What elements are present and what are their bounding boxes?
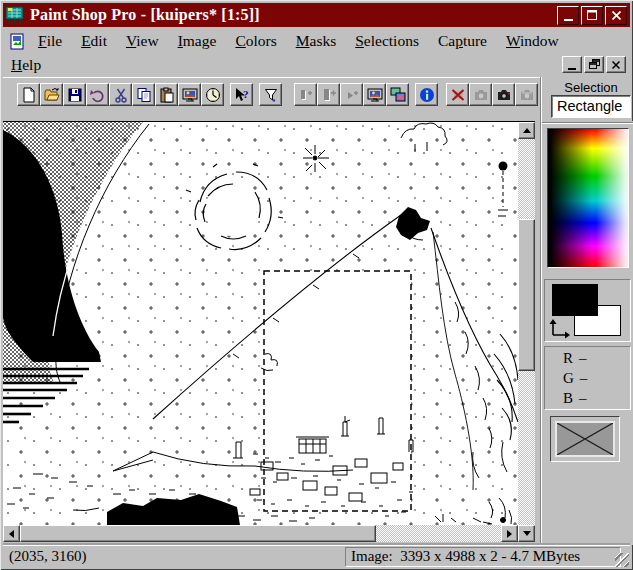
paste-clipboard-icon xyxy=(159,87,175,103)
foreground-color-swatch[interactable] xyxy=(552,284,598,316)
tool-palette-toggle-icon xyxy=(321,87,337,103)
g-value: G– xyxy=(563,370,630,390)
b-value: B– xyxy=(563,390,630,410)
tool-options-label: Selection xyxy=(552,80,630,95)
capture-gray-2-button[interactable] xyxy=(515,83,538,106)
funnel-icon xyxy=(263,87,279,103)
child-close-button[interactable] xyxy=(606,56,626,73)
swatch-panel xyxy=(544,279,631,342)
menu-selections[interactable]: Selections xyxy=(355,32,419,50)
menu-capture[interactable]: Capture xyxy=(438,32,487,50)
vertical-scrollbar[interactable] xyxy=(518,122,535,542)
selection-type-box[interactable]: Rectangle xyxy=(551,95,631,118)
vertical-scroll-thumb[interactable] xyxy=(518,219,535,371)
color-panel: R– G– B– xyxy=(542,121,633,545)
menu-colors[interactable]: Colors xyxy=(235,32,276,50)
close-icon xyxy=(612,11,621,20)
swap-colors-icon[interactable] xyxy=(547,316,571,343)
menu-view[interactable]: View xyxy=(126,32,159,50)
child-restore-button[interactable] xyxy=(584,56,604,73)
copy-button[interactable] xyxy=(132,83,155,106)
info-icon xyxy=(419,87,435,103)
canvas-artwork[interactable] xyxy=(3,122,518,525)
style-bar-toggle-icon xyxy=(344,87,360,103)
scroll-left-button[interactable] xyxy=(3,525,20,542)
left-arrow-icon xyxy=(5,530,14,538)
toggle-toolbar-button[interactable] xyxy=(294,83,317,106)
camera-gray-2-icon xyxy=(519,87,535,103)
child-minimize-icon xyxy=(568,68,576,70)
camera-gray-icon xyxy=(473,87,489,103)
color-picker[interactable] xyxy=(547,128,629,268)
titlebar[interactable]: Paint Shop Pro - [kuipers* [1:5]] xyxy=(3,3,630,27)
scroll-right-button[interactable] xyxy=(501,525,518,542)
scroll-down-button[interactable] xyxy=(518,525,535,542)
maximize-button[interactable] xyxy=(581,6,603,25)
menu-masks[interactable]: Masks xyxy=(296,32,337,50)
toggle-style-bar-button[interactable] xyxy=(340,83,363,106)
statusbar: (2035, 3160) Image: 3393 x 4988 x 2 - 4.… xyxy=(3,545,630,568)
open-button[interactable] xyxy=(40,83,63,106)
paste-button[interactable] xyxy=(155,83,178,106)
save-button[interactable] xyxy=(63,83,86,106)
capture-gray-1-button[interactable] xyxy=(469,83,492,106)
monitor-picture-icon xyxy=(367,87,383,103)
menu-image[interactable]: Image xyxy=(178,32,217,50)
funnel-button[interactable] xyxy=(259,83,282,106)
menu-file[interactable]: File xyxy=(38,32,62,50)
menubar: File Edit View Image Colors Masks Select… xyxy=(3,27,630,77)
child-restore-icon xyxy=(589,59,600,70)
help-arrow-icon: ? xyxy=(234,87,250,103)
cascade-windows-icon xyxy=(390,87,406,103)
horizontal-scroll-thumb[interactable] xyxy=(20,525,376,542)
document-icon[interactable] xyxy=(9,33,26,50)
right-arrow-icon xyxy=(507,530,516,538)
image-info: Image: 3393 x 4988 x 2 - 4.7 MBytes xyxy=(345,547,621,567)
menu-edit[interactable]: Edit xyxy=(81,32,107,50)
minimize-button[interactable] xyxy=(557,6,579,25)
capture-button[interactable] xyxy=(492,83,515,106)
image-window xyxy=(3,121,535,541)
context-help-button[interactable]: ? xyxy=(230,83,253,106)
minimize-icon xyxy=(564,19,573,21)
clock-icon xyxy=(205,87,221,103)
cascade-windows-button[interactable] xyxy=(386,83,409,106)
groove xyxy=(542,122,633,124)
open-folder-icon xyxy=(44,87,60,103)
full-screen-preview-button[interactable] xyxy=(178,83,201,106)
monitor-icon xyxy=(182,87,198,103)
toolbar: ? xyxy=(3,77,540,121)
resize-grip[interactable] xyxy=(615,553,629,567)
window-title: Paint Shop Pro - [kuipers* [1:5]] xyxy=(30,6,260,24)
horizontal-scrollbar[interactable] xyxy=(3,525,518,542)
camera-icon xyxy=(496,87,512,103)
clock-button[interactable] xyxy=(201,83,224,106)
undo-button[interactable] xyxy=(86,83,109,106)
new-button[interactable] xyxy=(17,83,40,106)
app-window: Paint Shop Pro - [kuipers* [1:5]] xyxy=(0,0,633,570)
floppy-disk-icon xyxy=(67,87,83,103)
view-image-button[interactable] xyxy=(363,83,386,106)
image-information-button[interactable] xyxy=(415,83,438,106)
new-file-icon xyxy=(21,87,37,103)
maximize-icon xyxy=(587,10,597,20)
r-value: R– xyxy=(563,350,630,370)
toolbar-toggle-icon xyxy=(298,87,314,103)
app-icon xyxy=(5,5,25,25)
current-color-preview xyxy=(550,416,620,462)
child-minimize-button[interactable] xyxy=(562,56,582,73)
copy-pages-icon xyxy=(136,87,152,103)
menu-help[interactable]: Help xyxy=(11,56,41,74)
menu-window[interactable]: Window xyxy=(506,32,559,50)
undo-arrow-icon xyxy=(90,87,106,103)
scissors-icon xyxy=(113,87,129,103)
capture-cancel-button[interactable] xyxy=(446,83,469,106)
cursor-coordinates: (2035, 3160) xyxy=(9,548,87,565)
toggle-tool-palette-button[interactable] xyxy=(317,83,340,106)
svg-text:?: ? xyxy=(243,88,249,100)
red-x-icon xyxy=(450,87,466,103)
scroll-up-button[interactable] xyxy=(518,122,535,139)
up-arrow-icon xyxy=(523,124,531,133)
cut-button[interactable] xyxy=(109,83,132,106)
close-button[interactable] xyxy=(605,6,627,25)
